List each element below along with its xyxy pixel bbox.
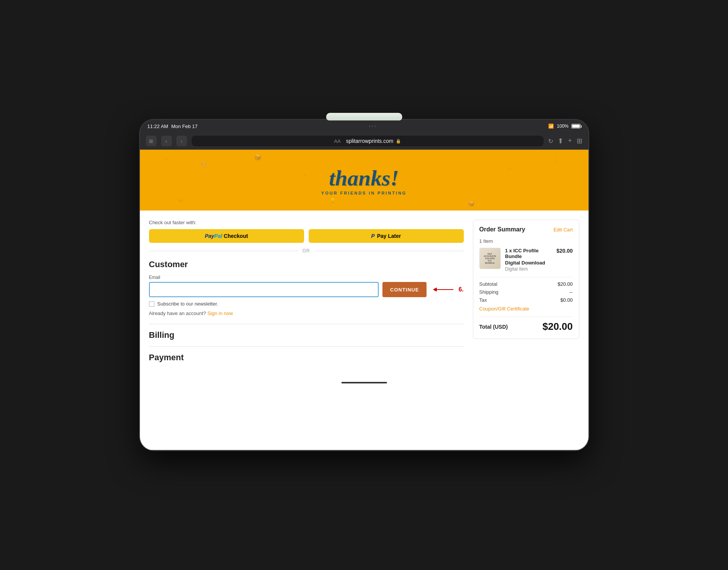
item-image-text: GET ACCURATECOLORSICCBUNDLE [481,253,499,264]
add-tab-button[interactable]: + [568,137,572,145]
subtotal-value: $20.00 [558,281,573,287]
annotation-number: 6. [458,286,463,293]
wifi-icon: 📶 [548,124,554,129]
item-details: 1 x ICC Profile Bundle Digital Download … [505,248,552,272]
paypal-logo: PayPal [205,233,222,239]
customer-section-title: Customer [149,260,464,269]
tax-label: Tax [479,297,487,303]
item-type: Digital Item [505,266,552,272]
reload-button[interactable]: ↻ [548,138,553,145]
share-button[interactable]: ⬆ [558,137,563,145]
aa-button[interactable]: AA [334,138,341,144]
home-indicator-area [140,377,588,388]
shipping-value: -- [569,289,573,295]
paypal-checkout-button[interactable]: PayPal Checkout [149,229,304,243]
subscribe-checkbox[interactable] [149,301,154,307]
tabs-button[interactable]: ⊞ [577,137,582,145]
paypal-checkout-label: Checkout [224,233,248,239]
order-item: GET ACCURATECOLORSICCBUNDLE 1 x ICC Prof… [479,248,573,272]
order-summary-title: Order Summary [479,226,525,233]
shipping-line: Shipping -- [479,289,573,295]
date-display: Mon Feb 17 [171,124,197,129]
status-bar: 11:22 AM Mon Feb 17 ··· 📶 100% [140,120,588,133]
apple-pencil [326,113,402,120]
pay-later-button[interactable]: P Pay Later [309,229,464,243]
browser-chrome: ⊞ ‹ › AA splitarrowprints.com 🔒 ↻ ⬆ + ⊞ [140,133,588,150]
total-label: Total (USD) [479,324,508,330]
annotation-arrow: 6. [433,286,463,293]
sign-in-row: Already have an account? Sign in now [149,310,464,316]
subscribe-label: Subscribe to our newsletter. [157,301,218,307]
arrow-icon [433,286,456,293]
sidebar-toggle-button[interactable]: ⊞ [146,136,157,146]
item-name-line2: Digital Download [505,260,552,266]
paypal-p-icon: P [371,233,374,239]
tax-value: $0.00 [560,297,573,303]
sign-in-prefix: Already have an account? [149,310,206,316]
back-button[interactable]: ‹ [161,136,172,146]
item-price: $20.00 [557,248,573,272]
payment-buttons-row: PayPal Checkout P Pay Later [149,229,464,243]
time-display: 11:22 AM [148,124,168,129]
subscribe-row: Subscribe to our newsletter. [149,301,464,307]
banner-title: thanks! [329,165,399,191]
url-text: splitarrowprints.com [346,138,393,144]
email-label: Email [149,275,464,280]
subtotal-label: Subtotal [479,281,498,287]
sign-in-link[interactable]: Sign in now [207,310,233,316]
page-content: ✂ 🎨 📦 ✂ 🖨 ❤ 📦 ✦ 💡 thanks! YOUR FRIENDS I… [140,150,588,450]
lock-icon: 🔒 [396,139,401,144]
url-bar[interactable]: AA splitarrowprints.com 🔒 [192,136,544,146]
email-input[interactable] [149,282,379,297]
billing-payment-divider [149,346,464,347]
battery-percent: 100% [557,124,569,129]
battery-icon [571,124,580,128]
shipping-label: Shipping [479,289,499,295]
home-bar [341,382,387,383]
site-banner: ✂ 🎨 📦 ✂ 🖨 ❤ 📦 ✦ 💡 thanks! YOUR FRIENDS I… [140,150,588,211]
customer-billing-divider [149,324,464,324]
edit-cart-link[interactable]: Edit Cart [554,227,573,233]
banner-subtitle: YOUR FRIENDS IN PRINTING [321,191,407,195]
total-amount: $20.00 [542,321,573,332]
items-count: 1 Item [479,238,573,244]
subtotal-line: Subtotal $20.00 [479,281,573,287]
payment-section-title: Payment [149,353,464,363]
coupon-link[interactable]: Coupon/Gift Certificate [479,306,530,312]
billing-section-title: Billing [149,330,464,340]
total-line: Total (USD) $20.00 [479,317,573,332]
continue-button[interactable]: CONTINUE [382,282,427,297]
item-image: GET ACCURATECOLORSICCBUNDLE [479,248,501,269]
or-divider: OR [149,248,464,253]
item-name-line1: 1 x ICC Profile Bundle [505,248,552,259]
pay-later-label: Pay Later [377,233,401,239]
or-text: OR [303,248,310,253]
back-icon: ‹ [165,138,167,144]
dots-menu: ··· [369,123,377,130]
tax-line: Tax $0.00 [479,297,573,303]
checkout-faster-label: Check out faster with: [149,220,464,225]
order-summary-box: Order Summary Edit Cart 1 Item GET ACCUR… [473,220,579,339]
forward-button[interactable]: › [176,136,187,146]
forward-icon: › [181,138,182,144]
